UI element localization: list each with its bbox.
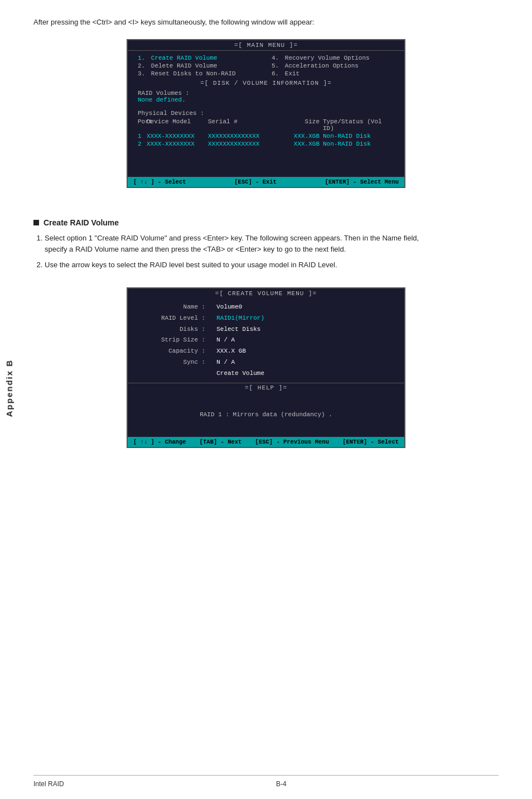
label-name: Name :: [161, 302, 205, 313]
device-1-size: XXX.XGB: [280, 133, 320, 139]
menu-item-6-num: 6.: [272, 70, 279, 77]
value-capacity: XXX.X GB: [216, 346, 264, 357]
device-1-port: 1: [138, 133, 147, 139]
device-2-model: XXXX-XXXXXXXX: [147, 141, 208, 147]
menu-item-2-num: 2.: [138, 62, 145, 69]
step-2: Use the arrow keys to select the RAID le…: [45, 259, 435, 271]
col-type-header: Type/Status (Vol ID): [320, 118, 394, 132]
menu-item-4-num: 4.: [272, 55, 279, 61]
value-create: Create Volume: [216, 368, 264, 379]
label-create: [161, 368, 205, 379]
create-volume-header: =[ CREATE VOLUME MENU ]=: [128, 288, 404, 299]
bullet-icon: [33, 220, 39, 225]
value-raid-level: RAID1(Mirror): [216, 313, 264, 324]
device-row-2: 2 XXXX-XXXXXXXX XXXXXXXXXXXXXX XXX.XGB N…: [138, 140, 394, 148]
main-menu-header: =[ MAIN MENU ]=: [128, 40, 404, 51]
device-1-type: Non-RAID Disk: [320, 133, 394, 139]
label-strip-size: Strip Size :: [161, 335, 205, 346]
intro-paragraph: After pressing the <Ctrl> and <I> keys s…: [33, 17, 452, 28]
section-heading-label: Create RAID Volume: [43, 218, 119, 227]
menu-row-3: 3. Reset Disks to Non-RAID 6. Exit: [132, 70, 400, 78]
menu-item-1-num: 1.: [138, 55, 145, 61]
footer-center: B-4: [276, 780, 287, 788]
footer-select: [ ↑↓ ] - Select: [133, 179, 186, 185]
none-defined-label: None defined.: [138, 97, 394, 103]
footer-left: Intel RAID: [33, 780, 64, 788]
value-strip-size: N / A: [216, 335, 264, 346]
create-raid-heading: Create RAID Volume: [33, 218, 499, 227]
step-1: Select option 1 "Create RAID Volume" and…: [45, 233, 435, 255]
help-header: =[ HELP ]=: [128, 383, 404, 392]
main-menu-footer: [ ↑↓ ] - Select [ESC] - Exit [ENTER] - S…: [128, 177, 404, 187]
field-values: Volume0 RAID1(Mirror) Select Disks N / A…: [216, 302, 264, 379]
steps-list: Select option 1 "Create RAID Volume" and…: [45, 233, 499, 271]
menu-item-5-label: Acceleration Options: [285, 62, 359, 69]
footer-enter: [ENTER] - Select Menu: [325, 179, 399, 185]
device-2-serial: XXXXXXXXXXXXXX: [208, 141, 280, 147]
menu-item-6-label: Exit: [285, 70, 299, 77]
help-text: RAID 1 : Mirrors data (redundancy) .: [128, 392, 404, 437]
disk-volume-section-bar: =[ DISK / VOLUME INFORMATION ]=: [132, 79, 400, 88]
footer2-select: [ENTER] - Select: [342, 439, 399, 445]
create-volume-footer: [ ↑↓ ] - Change [TAB] - Next [ESC] - Pre…: [128, 437, 404, 447]
label-disks: Disks :: [161, 324, 205, 335]
menu-row-2: 2. Delete RAID Volume 5. Acceleration Op…: [132, 62, 400, 70]
footer2-next: [TAB] - Next: [200, 439, 242, 445]
menu-item-4-label: Recovery Volume Options: [285, 55, 370, 61]
physical-devices-section: Physical Devices : Port Device Model Ser…: [132, 108, 400, 149]
label-raid-level: RAID Level :: [161, 313, 205, 324]
menu-item-5-num: 5.: [272, 62, 279, 69]
raid-volumes-section: RAID Volumes : None defined.: [132, 88, 400, 104]
value-name: Volume0: [216, 302, 264, 313]
menu-item-2-label: Delete RAID Volume: [151, 62, 217, 69]
col-port-header: Port: [138, 118, 147, 132]
col-serial-header: Serial #: [208, 118, 280, 132]
col-device-header: Device Model: [147, 118, 208, 132]
menu-row-1: 1. Create RAID Volume 4. Recovery Volume…: [132, 54, 400, 62]
raid-volumes-label: RAID Volumes :: [138, 90, 394, 97]
footer2-prev-menu: [ESC] - Previous Menu: [255, 439, 329, 445]
device-1-model: XXXX-XXXXXXXX: [147, 133, 208, 139]
device-row-1: 1 XXXX-XXXXXXXX XXXXXXXXXXXXXX XXX.XGB N…: [138, 132, 394, 140]
label-capacity: Capacity :: [161, 346, 205, 357]
label-sync: Sync :: [161, 357, 205, 368]
main-menu-terminal: =[ MAIN MENU ]= 1. Create RAID Volume 4.…: [127, 39, 405, 188]
col-size-header: Size: [280, 118, 320, 132]
appendix-sidebar-label: Appendix B: [4, 359, 14, 417]
menu-item-1-label: Create RAID Volume: [151, 55, 217, 61]
device-2-port: 2: [138, 141, 147, 147]
value-sync: N / A: [216, 357, 264, 368]
physical-devices-label: Physical Devices :: [138, 110, 394, 117]
device-2-size: XXX.XGB: [280, 141, 320, 147]
menu-item-3-num: 3.: [138, 70, 145, 77]
footer2-change: [ ↑↓ ] - Change: [133, 439, 186, 445]
table-header-row: Port Device Model Serial # Size Type/Sta…: [138, 118, 394, 132]
device-2-type: Non-RAID Disk: [320, 141, 394, 147]
field-labels: Name : RAID Level : Disks : Strip Size :…: [161, 302, 205, 379]
value-disks: Select Disks: [216, 324, 264, 335]
device-1-serial: XXXXXXXXXXXXXX: [208, 133, 280, 139]
create-volume-terminal: =[ CREATE VOLUME MENU ]= Name : RAID Lev…: [127, 287, 405, 448]
page-footer: Intel RAID B-4: [33, 775, 499, 788]
menu-item-3-label: Reset Disks to Non-RAID: [151, 70, 236, 77]
create-volume-fields: Name : RAID Level : Disks : Strip Size :…: [128, 299, 404, 383]
footer-exit: [ESC] - Exit: [234, 179, 277, 185]
